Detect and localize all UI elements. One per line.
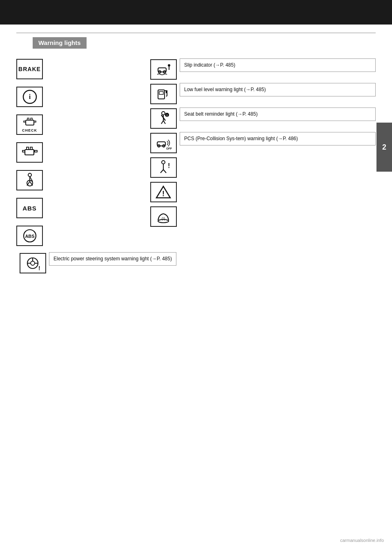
svg-rect-11 (27, 147, 29, 150)
svg-line-42 (160, 170, 163, 173)
low-fuel-tooltip: Low fuel level warning light (→P. 485) (180, 83, 376, 96)
abs-text-icon: ABS (16, 198, 43, 218)
svg-rect-6 (31, 118, 32, 120)
pcs-icon: OFF (147, 130, 180, 153)
eps-tooltip: Electric power steering system warning l… (49, 252, 176, 266)
low-fuel-icon (147, 81, 180, 104)
svg-point-29 (162, 112, 165, 115)
svg-rect-8 (25, 150, 34, 155)
section-title: Warning lights (38, 39, 81, 46)
svg-rect-12 (30, 147, 32, 150)
abs-circle-icon-row: ABS (16, 224, 139, 248)
svg-point-24 (168, 64, 170, 67)
check-engine-icon: CHECK (16, 114, 43, 135)
left-icons-column: BRAKE i (16, 57, 139, 248)
unknown1-row: ! (147, 155, 376, 178)
slip-indicator-row: Slip indicator (→P. 485) (147, 57, 376, 80)
unknown1-icon: ! (147, 155, 180, 178)
oil-pressure-icon: i (16, 87, 43, 107)
eps-icon: ! (16, 251, 49, 273)
divider-line (16, 33, 376, 33)
svg-rect-4 (34, 121, 36, 122)
check-icon-row: CHECK (16, 112, 139, 137)
pcs-row: OFF PCS (Pre-Collision Sys-tem) warning … (147, 130, 376, 153)
tpms-row: (!) (147, 204, 376, 227)
svg-point-13 (28, 173, 31, 177)
svg-text:(!): (!) (162, 217, 165, 221)
svg-text:i: i (29, 93, 31, 100)
pcs-tooltip: PCS (Pre-Collision Sys-tem) warning ligh… (180, 132, 376, 145)
airbag-icon-row (16, 168, 139, 192)
svg-text:!: ! (168, 162, 170, 169)
svg-text:!: ! (38, 265, 40, 271)
seat-belt-row: ! Seat belt reminder light (→P. 485) (147, 106, 376, 129)
svg-text:ABS: ABS (25, 234, 34, 239)
svg-text:!: ! (167, 114, 168, 117)
watermark: carmanualsonline.info (340, 538, 384, 543)
chapter-tab: 2 (376, 123, 392, 172)
tpms-icon: (!) (147, 204, 180, 227)
svg-rect-5 (27, 118, 29, 120)
svg-rect-10 (35, 150, 37, 152)
eps-row: ! Electric power steering system warning… (16, 251, 392, 273)
airbag-icon (16, 170, 43, 190)
page: 2 Warning lights BRAKE i (0, 0, 392, 555)
section-header: Warning lights (33, 37, 87, 49)
abs-text-icon-row: ABS (16, 196, 139, 220)
chapter-number: 2 (382, 143, 386, 152)
svg-line-32 (161, 121, 163, 124)
svg-rect-36 (157, 142, 165, 146)
svg-rect-21 (158, 68, 166, 72)
slip-indicator-tooltip: Slip indicator (→P. 485) (180, 58, 376, 72)
master-warning-icon: ! (147, 179, 180, 202)
mil-icon-row (16, 140, 139, 165)
main-content: BRAKE i (16, 57, 376, 248)
master-warning-row: ! (147, 179, 376, 202)
section-header-wrap: Warning lights (16, 37, 376, 49)
svg-text:OFF: OFF (166, 147, 172, 150)
svg-point-40 (162, 161, 165, 164)
seat-belt-tooltip: Seat belt reminder light (→P. 485) (180, 107, 376, 121)
svg-line-33 (163, 121, 165, 124)
svg-rect-3 (24, 121, 26, 122)
svg-text:!: ! (162, 190, 165, 198)
slip-indicator-icon (147, 57, 180, 80)
oil-pressure-icon-row: i (16, 85, 139, 109)
top-bar (0, 0, 392, 25)
svg-line-43 (163, 170, 166, 173)
svg-point-50 (31, 261, 35, 265)
brake-icon: BRAKE (16, 59, 43, 79)
svg-rect-2 (26, 120, 34, 125)
seat-belt-icon: ! (147, 106, 180, 129)
svg-rect-27 (159, 92, 163, 94)
low-fuel-row: Low fuel level warning light (→P. 485) (147, 81, 376, 104)
brake-icon-row: BRAKE (16, 57, 139, 81)
right-icons-column: Slip indicator (→P. 485) (147, 57, 376, 248)
abs-circle-icon: ABS (16, 226, 43, 246)
malfunction-icon (16, 142, 43, 163)
